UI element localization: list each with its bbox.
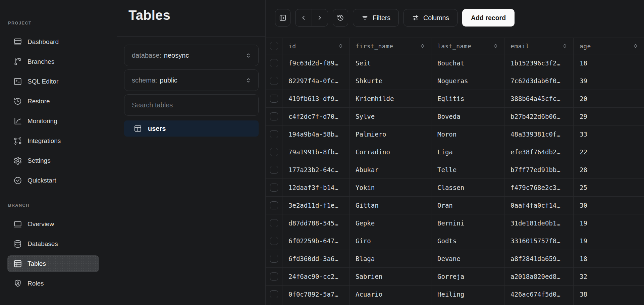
cell-id[interactable]: 6fd360dd-3a6… xyxy=(282,250,350,267)
cell-first-name[interactable]: Abukar xyxy=(350,161,431,179)
cell-email[interactable]: 0aaf4fa0cf14… xyxy=(504,197,574,214)
cell-id[interactable]: 12daaf3f-b14… xyxy=(282,179,350,196)
cell-first-name[interactable]: Palmiero xyxy=(350,125,431,143)
cell-last-name[interactable]: Godts xyxy=(431,232,504,250)
table-row[interactable]: 79a1991b-8fb… Corradino Liga efe38f764db… xyxy=(266,143,644,161)
cell-email[interactable]: efe38f764db2… xyxy=(504,143,574,161)
column-header-id[interactable]: id xyxy=(282,38,350,54)
cell-email[interactable]: 388b64a45cfc… xyxy=(504,90,574,107)
cell-last-name[interactable]: Liga xyxy=(431,143,504,161)
table-row[interactable]: 6f02259b-647… Giro Godts 3316015757f8… 1… xyxy=(266,232,644,250)
cell-last-name[interactable]: Heiling xyxy=(431,286,504,303)
column-header-email[interactable]: email xyxy=(504,38,574,54)
cell-last-name[interactable]: Telle xyxy=(431,161,504,179)
sidebar-item-roles[interactable]: Roles xyxy=(7,275,99,292)
table-row[interactable]: 24f6ac90-cc2… Sabrien Gorreja a2018a820e… xyxy=(266,268,644,286)
table-row[interactable]: 194a9b4a-58b… Palmiero Moron 48a339381c0… xyxy=(266,125,644,143)
column-header-age[interactable]: age xyxy=(574,38,644,54)
cell-age[interactable]: 19 xyxy=(574,214,644,232)
next-page-button[interactable] xyxy=(312,9,328,26)
cell-age[interactable]: 29 xyxy=(574,108,644,125)
row-checkbox[interactable] xyxy=(270,77,278,85)
cell-last-name[interactable]: Boveda xyxy=(431,108,504,125)
sidebar-item-tables[interactable]: Tables xyxy=(7,255,99,272)
cell-id[interactable]: c4f2dc7f-d70… xyxy=(282,108,350,125)
sidebar-item-overview[interactable]: Overview xyxy=(7,216,99,233)
cell-email[interactable]: 48a339381c0f… xyxy=(504,125,574,143)
cell-age[interactable]: 18 xyxy=(574,54,644,72)
cell-first-name[interactable]: Corradino xyxy=(350,143,431,161)
cell-last-name[interactable]: Nogueras xyxy=(431,72,504,90)
row-checkbox[interactable] xyxy=(270,112,278,120)
columns-button[interactable]: Columns xyxy=(404,9,458,27)
cell-email[interactable]: a8f2841da659… xyxy=(504,250,574,267)
database-select[interactable]: database:neosync xyxy=(124,45,259,66)
row-checkbox[interactable] xyxy=(270,255,278,263)
cell-age[interactable]: 32 xyxy=(574,268,644,285)
cell-first-name[interactable]: Gittan xyxy=(350,197,431,214)
cell-last-name[interactable] xyxy=(431,303,504,305)
cell-first-name[interactable]: Gepke xyxy=(350,214,431,232)
column-header-first-name[interactable]: first_name xyxy=(350,38,431,54)
cell-email[interactable]: 426ac674f5d0… xyxy=(504,286,574,303)
cell-email[interactable]: 1b152396c3f2… xyxy=(504,54,574,72)
cell-email[interactable]: b27b422d6b06… xyxy=(504,108,574,125)
cell-last-name[interactable]: Gorreja xyxy=(431,268,504,285)
add-record-button[interactable]: Add record xyxy=(462,9,515,27)
cell-age[interactable]: 30 xyxy=(574,197,644,214)
cell-id[interactable]: 194a9b4a-58b… xyxy=(282,125,350,143)
table-list-item-users[interactable]: users xyxy=(124,120,259,137)
cell-first-name[interactable]: Shkurte xyxy=(350,72,431,90)
cell-last-name[interactable]: Oran xyxy=(431,197,504,214)
row-checkbox[interactable] xyxy=(270,59,278,67)
sidebar-item-databases[interactable]: Databases xyxy=(7,236,99,252)
cell-id[interactable]: 0f0c7892-5a7… xyxy=(282,286,350,303)
cell-last-name[interactable]: Moron xyxy=(431,125,504,143)
cell-last-name[interactable]: Classen xyxy=(431,179,504,196)
filters-button[interactable]: Filters xyxy=(353,9,399,27)
table-row[interactable]: c4f2dc7f-d70… Sylve Boveda b27b422d6b06…… xyxy=(266,108,644,125)
cell-last-name[interactable]: Eglitis xyxy=(431,90,504,107)
cell-first-name[interactable]: Seit xyxy=(350,54,431,72)
schema-select[interactable]: schema:public xyxy=(124,69,259,91)
cell-age[interactable] xyxy=(574,303,644,305)
sidebar-item-settings[interactable]: Settings xyxy=(7,152,99,169)
cell-email[interactable]: a2018a820ed8… xyxy=(504,268,574,285)
cell-last-name[interactable]: Bernini xyxy=(431,214,504,232)
row-checkbox[interactable] xyxy=(270,201,278,209)
cell-first-name[interactable]: Blaga xyxy=(350,250,431,267)
cell-last-name[interactable]: Devane xyxy=(431,250,504,267)
cell-id[interactable]: 24f6ac90-cc2… xyxy=(282,268,350,285)
row-checkbox[interactable] xyxy=(270,95,278,103)
cell-id[interactable] xyxy=(282,303,350,305)
cell-id[interactable]: 6f02259b-647… xyxy=(282,232,350,250)
cell-email[interactable] xyxy=(504,303,574,305)
row-checkbox[interactable] xyxy=(270,303,278,305)
prev-page-button[interactable] xyxy=(296,9,312,26)
cell-age[interactable]: 22 xyxy=(574,143,644,161)
table-row[interactable]: 6fd360dd-3a6… Blaga Devane a8f2841da659…… xyxy=(266,250,644,268)
select-all-checkbox[interactable] xyxy=(270,42,278,50)
cell-email[interactable]: 31de181de0b1… xyxy=(504,214,574,232)
cell-id[interactable]: d87dd788-545… xyxy=(282,214,350,232)
cell-id[interactable]: 419fb613-df9… xyxy=(282,90,350,107)
sidebar-item-integrations[interactable]: Integrations xyxy=(7,133,99,149)
cell-age[interactable]: 28 xyxy=(574,161,644,179)
cell-last-name[interactable]: Bouchat xyxy=(431,54,504,72)
sidebar-item-dashboard[interactable]: Dashboard xyxy=(7,34,99,50)
cell-age[interactable]: 18 xyxy=(574,250,644,267)
row-checkbox[interactable] xyxy=(270,184,278,192)
cell-email[interactable]: f479c768e2c3… xyxy=(504,179,574,196)
cell-first-name[interactable] xyxy=(350,303,431,305)
cell-age[interactable]: 20 xyxy=(574,90,644,107)
table-row[interactable]: 12daaf3f-b14… Yokin Classen f479c768e2c3… xyxy=(266,179,644,197)
table-row[interactable]: 82297f4a-0fc… Shkurte Nogueras 7c62d3dab… xyxy=(266,72,644,90)
row-checkbox[interactable] xyxy=(270,166,278,174)
cell-first-name[interactable]: Yokin xyxy=(350,179,431,196)
history-button[interactable] xyxy=(333,9,348,27)
search-tables-input[interactable] xyxy=(124,94,259,116)
table-row[interactable]: 0f0c7892-5a7… Acuario Heiling 426ac674f5… xyxy=(266,286,644,303)
column-header-last-name[interactable]: last_name xyxy=(431,38,504,54)
cell-first-name[interactable]: Sabrien xyxy=(350,268,431,285)
cell-id[interactable]: f9c63d2d-f89… xyxy=(282,54,350,72)
